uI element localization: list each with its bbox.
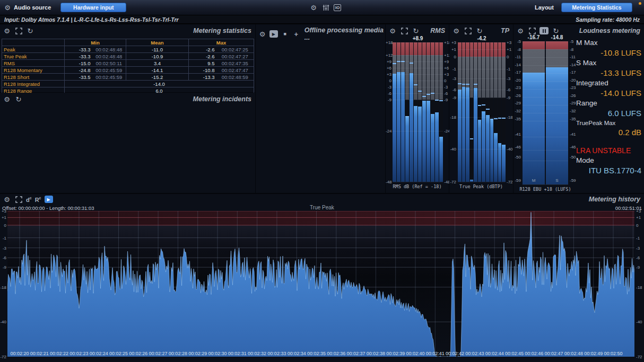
peak-hold-tick xyxy=(462,84,466,85)
gear-icon[interactable]: ⚙ xyxy=(516,27,525,35)
level-bar xyxy=(474,88,477,182)
scale-tick-label: +1 xyxy=(450,47,457,52)
gear-icon[interactable]: ⚙ xyxy=(3,27,11,35)
reset-icon[interactable]: ↻ xyxy=(552,27,560,35)
add-media-icon[interactable]: + xyxy=(292,30,300,38)
meter-gridline xyxy=(523,113,568,113)
audio-source-label: Audio source xyxy=(14,4,51,11)
info-bar: Input: Dolby Atmos 7.1.4 | L-R-C-Lfe-Ls-… xyxy=(0,15,644,24)
over-zone xyxy=(401,42,405,55)
meter-channel xyxy=(478,42,482,182)
rms-scale-left: +18+12+9+6+30-3-6-9-24-48 xyxy=(386,42,392,182)
scale-tick-label: +1 xyxy=(636,215,644,220)
peak-hold-tick xyxy=(427,94,430,95)
reset-icon[interactable]: ↻ xyxy=(14,95,23,103)
gear-icon[interactable]: ⚙ xyxy=(258,30,266,38)
rms-meter-bars xyxy=(393,42,443,182)
scale-tick-label: -6 xyxy=(506,87,512,92)
settings-gear-icon[interactable]: ⚙ xyxy=(309,3,318,12)
io-routing-icon[interactable]: IO xyxy=(334,4,341,11)
statistics-header-icons: ⚙ ↻ xyxy=(3,27,34,35)
meter-gridline xyxy=(393,55,443,56)
scale-tick-label: -3 xyxy=(386,85,392,90)
gear-icon[interactable]: ⚙ xyxy=(388,27,397,35)
reset-icon[interactable]: ↻ xyxy=(26,27,34,35)
scale-tick-label: -1 xyxy=(0,236,7,241)
channel-label: S xyxy=(546,178,568,183)
meter-channel xyxy=(427,42,430,182)
meter-gridline xyxy=(393,74,443,75)
expand-icon[interactable] xyxy=(14,27,23,35)
metering-statistics-button[interactable]: Metering Statistics xyxy=(561,3,632,12)
scale-tick-label: -24 xyxy=(443,129,449,134)
play-icon[interactable]: ▶ xyxy=(269,30,278,38)
loudness-metering-panel: ⚙ ↻ Loudness metering -16.7-14.8 MS -5-8… xyxy=(514,24,644,193)
meter-channel xyxy=(435,42,439,182)
layout-label: Layout xyxy=(535,4,554,11)
meter-gridline xyxy=(523,89,568,90)
level-bar xyxy=(422,101,426,182)
scale-tick-label: -9 xyxy=(443,98,449,102)
history-play-icon[interactable]: ▶ xyxy=(45,196,53,203)
meter-gridline xyxy=(393,131,443,131)
level-bar xyxy=(397,72,401,182)
meter-channel xyxy=(439,42,443,182)
level-bar xyxy=(410,73,413,182)
gear-icon[interactable]: ⚙ xyxy=(3,195,11,204)
over-zone xyxy=(405,42,409,55)
meter-channel xyxy=(498,42,502,182)
expand-icon[interactable] xyxy=(14,195,23,204)
meter-gridline xyxy=(393,100,443,100)
gear-icon[interactable]: ⚙ xyxy=(3,95,11,103)
scale-tick-label: 0 xyxy=(443,78,449,83)
warn-zone xyxy=(478,57,482,98)
meter-gridline xyxy=(523,81,568,82)
offline-processing-panel: ⚙ ▶ ■ + Offline processing media ... xyxy=(256,24,385,193)
warn-zone xyxy=(470,57,474,98)
panel-title: Loudness metering xyxy=(579,27,640,34)
expand-icon[interactable] xyxy=(464,27,472,35)
center-toolbar: ⚙ IO xyxy=(309,3,341,12)
hardware-input-button[interactable]: Hardware input xyxy=(60,3,126,12)
meter-gridline xyxy=(523,105,568,105)
meter-gridline xyxy=(393,87,443,87)
stop-icon[interactable]: ■ xyxy=(281,30,289,38)
warn-zone xyxy=(490,57,494,98)
meter-channel xyxy=(466,42,469,182)
table-row: Peak-33.300:02:48:48-11.0-2.600:02:47:25 xyxy=(2,46,254,53)
duration-counter-icon[interactable]: dc xyxy=(26,196,32,203)
mixer-sliders-icon[interactable] xyxy=(321,3,330,12)
scale-tick-label: +3 xyxy=(443,72,449,77)
readout-label: M Max xyxy=(576,38,641,48)
history-chart[interactable]: 00:02:2000:02:2100:02:2200:02:2300:02:24… xyxy=(7,211,634,357)
meter-gridline xyxy=(523,49,568,50)
expand-icon[interactable] xyxy=(400,27,408,35)
scale-tick-label: -18 xyxy=(450,115,457,120)
over-zone xyxy=(431,42,434,55)
reset-icon[interactable]: ↻ xyxy=(412,27,420,35)
peak-hold-tick xyxy=(466,84,469,85)
meter-gridline xyxy=(393,182,443,182)
reset-counter-icon[interactable]: Rc xyxy=(35,196,41,203)
scale-tick-label: -20 xyxy=(569,78,577,83)
scale-tick-label: -9 xyxy=(450,95,457,100)
gear-icon[interactable]: ⚙ xyxy=(452,27,460,35)
scale-tick-label: -24 xyxy=(386,129,392,134)
audio-source-gear-icon[interactable]: ⚙ xyxy=(3,3,12,12)
scale-tick-label: -9 xyxy=(506,95,512,100)
peak-hold-tick xyxy=(486,109,490,110)
scale-tick-label: +3 xyxy=(386,72,392,77)
scale-tick-label: +12 xyxy=(443,53,449,58)
expand-icon[interactable] xyxy=(528,27,536,35)
over-zone xyxy=(410,42,413,55)
meter-gridline xyxy=(458,57,506,57)
warn-zone xyxy=(502,57,506,98)
pause-icon[interactable] xyxy=(539,27,549,34)
peak-hold-tick xyxy=(490,119,494,120)
reset-icon[interactable]: ↻ xyxy=(475,27,484,35)
scale-tick-label: +1 xyxy=(506,47,512,52)
loudness-scale-right: -5-8-11-14-17-20-23-26-29-32-35-41-46-50… xyxy=(569,41,577,180)
warn-zone xyxy=(482,57,485,98)
level-bar xyxy=(490,119,494,182)
level-bar xyxy=(478,120,482,182)
